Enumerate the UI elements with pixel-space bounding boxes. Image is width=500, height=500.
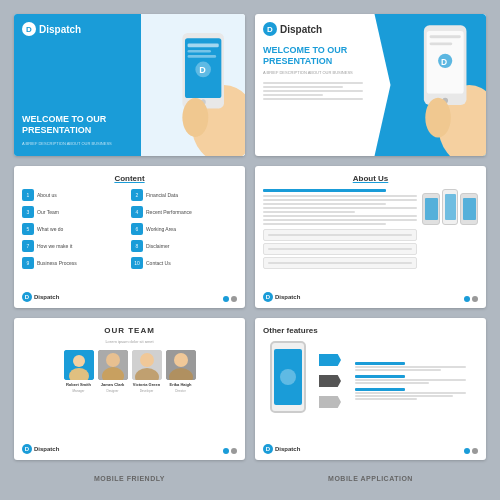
avatar-3: [132, 350, 162, 380]
arrow-3: [319, 393, 349, 411]
svg-point-23: [106, 353, 120, 367]
features-title: Other features: [263, 326, 478, 335]
feature-desc-line: [355, 366, 466, 368]
para-line: [263, 215, 417, 217]
member-role-3: Developer: [140, 389, 154, 393]
dot-active: [223, 448, 229, 454]
nav-dots-4: [464, 296, 478, 302]
arrow-body-gray: [319, 396, 341, 408]
arrow-2: [319, 372, 349, 390]
phone-device-tall: [442, 189, 458, 225]
item-label: Working Area: [146, 226, 176, 232]
content-item-4: 4 Recent Performance: [131, 206, 237, 218]
team-member-3: Victoria Green Developer: [132, 350, 162, 393]
bottom-label-1: Mobile Friendly: [14, 475, 245, 482]
member-name-1: Robert Smith: [66, 382, 91, 387]
svg-text:D: D: [440, 57, 446, 67]
features-list: [355, 362, 478, 400]
content-item-9: 9 Business Process: [22, 257, 128, 269]
content-item-5: 5 What we do: [22, 223, 128, 235]
slide-1-subheading: A BRIEF DESCRIPTION ABOUT OUR BUSINESS: [22, 141, 133, 146]
dot-active: [464, 448, 470, 454]
item-number: 9: [22, 257, 34, 269]
svg-text:D: D: [199, 65, 206, 75]
avatar-illustration-1: [64, 350, 94, 380]
content-item-1: 1 About us: [22, 189, 128, 201]
team-grid: Robert Smith Manager James Clark Designe…: [22, 350, 237, 393]
nav-dots-3: [223, 296, 237, 302]
box-line: [268, 248, 412, 250]
svg-rect-5: [188, 55, 217, 58]
box-3: [263, 257, 417, 269]
text-line: [263, 86, 343, 88]
feature-desc-line: [355, 395, 453, 397]
team-subtitle: Lorem ipsum dolor sit amet: [22, 339, 237, 344]
avatar-illustration-4: [166, 350, 196, 380]
member-role-2: Designer: [106, 389, 118, 393]
content-list: 1 About us 2 Financial Data 3 Our Team 4…: [22, 189, 237, 271]
feature-desc-line: [355, 398, 417, 400]
feature-title-bar: [355, 388, 405, 391]
item-number: 6: [131, 223, 143, 235]
device-frame: [270, 341, 306, 413]
about-title-bar: [263, 189, 386, 192]
slide-4-about: About Us: [255, 166, 486, 308]
bottom-label-text-1: Mobile Friendly: [94, 475, 165, 482]
svg-point-9: [182, 98, 208, 137]
arrow-body-dark: [319, 375, 341, 387]
phone-screen: [463, 198, 476, 220]
avatar-4: [166, 350, 196, 380]
member-name-4: Erika Haigh: [169, 382, 191, 387]
content-item-3: 3 Our Team: [22, 206, 128, 218]
box-line: [268, 234, 412, 236]
content-item-7: 7 How we make it: [22, 240, 128, 252]
phone-screen: [425, 198, 438, 220]
content-item-2: 2 Financial Data: [131, 189, 237, 201]
slide-2-text-block: [263, 82, 363, 100]
brand-name-1: Dispatch: [39, 24, 81, 35]
box-1: [263, 229, 417, 241]
text-line: [263, 94, 323, 96]
feature-item-1: [355, 362, 478, 371]
svg-point-29: [174, 353, 188, 367]
slide-2-heading: WELCOME TO OUR PRESENTATION: [263, 45, 363, 67]
item-number: 7: [22, 240, 34, 252]
slide-2-right: D: [371, 14, 487, 156]
avatar-illustration-2: [98, 350, 128, 380]
avatar-2: [98, 350, 128, 380]
item-number: 10: [131, 257, 143, 269]
box-2: [263, 243, 417, 255]
logo-icon-6: D: [263, 444, 273, 454]
item-label: Business Process: [37, 260, 77, 266]
slide-1-logo: D Dispatch: [22, 22, 81, 36]
slide-3-content: Content 1 About us 2 Financial Data 3 Ou…: [14, 166, 245, 308]
item-number: 4: [131, 206, 143, 218]
arrow-1: [319, 351, 349, 369]
item-label: About us: [37, 192, 57, 198]
feature-title-bar: [355, 375, 405, 378]
phone-hand-illustration-2: D: [386, 14, 487, 156]
phone-hand-illustration-1: D: [146, 14, 245, 156]
slide-2-subheading: A BRIEF DESCRIPTION ABOUT OUR BUSINESS: [263, 70, 363, 75]
content-item-8: 8 Disclaimer: [131, 240, 237, 252]
dot-inactive: [472, 296, 478, 302]
para-line: [263, 207, 417, 209]
features-phone: [263, 341, 313, 421]
text-line: [263, 98, 363, 100]
nav-dots-6: [464, 448, 478, 454]
svg-point-26: [140, 353, 154, 367]
phone-device-small-2: [460, 193, 478, 225]
feature-title-bar: [355, 362, 405, 365]
phones-row: [422, 189, 478, 225]
feature-item-2: [355, 375, 478, 384]
item-number: 5: [22, 223, 34, 235]
para-line: [263, 211, 355, 213]
slide-1-left: D Dispatch WELCOME TO OUR PRESENTATION A…: [14, 14, 141, 156]
text-line: [263, 82, 363, 84]
para-line: [263, 195, 417, 197]
box-line: [268, 262, 412, 264]
feature-desc-line: [355, 379, 466, 381]
bottom-label-2: Mobile Application: [255, 475, 486, 482]
slide-1-hero: D Dispatch WELCOME TO OUR PRESENTATION A…: [14, 14, 245, 156]
team-member-1: Robert Smith Manager: [64, 350, 94, 393]
